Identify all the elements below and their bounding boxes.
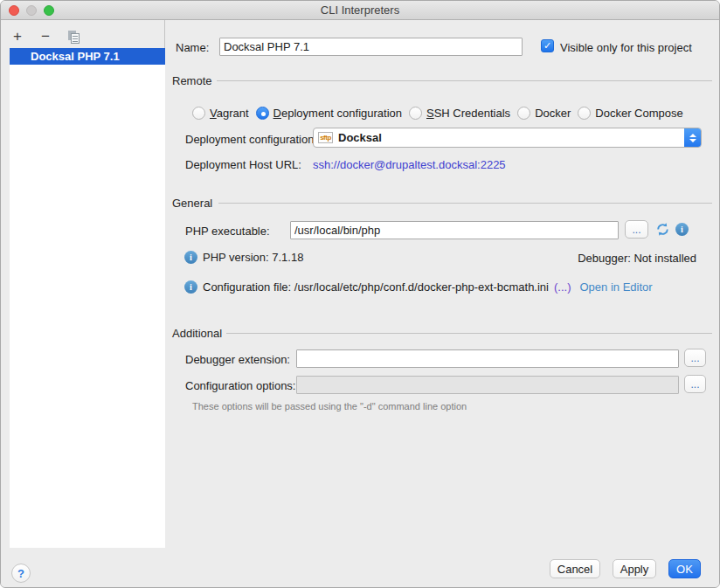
php-executable-label: PHP executable: bbox=[185, 225, 270, 238]
php-version-row: i PHP version: 7.1.18 bbox=[184, 251, 303, 264]
add-interpreter-icon[interactable]: + bbox=[10, 29, 25, 45]
name-input[interactable] bbox=[219, 38, 523, 56]
deployment-host-url-label: Deployment Host URL: bbox=[185, 158, 301, 171]
name-label: Name: bbox=[176, 41, 209, 54]
deployment-configuration-value: Docksal bbox=[338, 131, 382, 144]
open-in-editor-link[interactable]: Open in Editor bbox=[579, 280, 652, 294]
radio-deployment-configuration[interactable]: Deployment configuration bbox=[256, 107, 402, 120]
info-icon[interactable]: i bbox=[675, 223, 689, 236]
interpreters-sidebar: + − Docksal PHP 7.1 bbox=[1, 20, 165, 550]
deployment-host-url-value: ssh://docker@drupaltest.docksal:2225 bbox=[313, 158, 506, 171]
configuration-options-hint: These options will be passed using the "… bbox=[192, 401, 467, 412]
cli-interpreters-dialog: CLI Interpreters + − Docksal PHP 7.1 Nam… bbox=[0, 0, 720, 588]
configuration-options-input[interactable] bbox=[296, 376, 679, 394]
reload-icon[interactable] bbox=[655, 222, 670, 237]
configuration-options-browse-button[interactable]: ... bbox=[684, 375, 706, 393]
visible-only-label: Visible only for this project bbox=[560, 41, 692, 54]
configuration-file-text: Configuration file: /usr/local/etc/php/c… bbox=[203, 280, 549, 294]
radio-vagrant[interactable]: Vagrant bbox=[192, 107, 249, 120]
general-section-rule bbox=[218, 203, 712, 204]
radio-ssh-credentials[interactable]: SSH Credentials bbox=[409, 107, 510, 120]
php-executable-browse-button[interactable]: ... bbox=[625, 220, 648, 239]
deployment-configuration-label: Deployment configuration: bbox=[185, 133, 317, 146]
debugger-extension-browse-button[interactable]: ... bbox=[684, 349, 706, 367]
debugger-extension-input[interactable] bbox=[296, 349, 679, 368]
radio-button-icon bbox=[192, 107, 205, 120]
sidebar-toolbar: + − bbox=[10, 27, 81, 46]
help-button[interactable]: ? bbox=[11, 564, 31, 583]
interpreter-settings-panel: Name: ✓ Visible only for this project Re… bbox=[166, 20, 719, 548]
copy-interpreter-icon[interactable] bbox=[66, 29, 81, 45]
interpreter-list: Docksal PHP 7.1 bbox=[10, 48, 165, 550]
remote-section-rule bbox=[217, 80, 712, 81]
apply-button[interactable]: Apply bbox=[613, 559, 656, 578]
additional-section-header: Additional bbox=[172, 327, 222, 340]
radio-button-icon bbox=[256, 107, 269, 120]
copy-icon bbox=[68, 31, 80, 44]
sftp-icon: sftp bbox=[318, 132, 333, 143]
list-item-interpreter[interactable]: Docksal PHP 7.1 bbox=[10, 48, 165, 65]
dialog-footer: ? Cancel Apply OK bbox=[1, 548, 719, 587]
title-bar: CLI Interpreters bbox=[1, 1, 719, 20]
additional-section-rule bbox=[226, 333, 712, 334]
radio-docker-compose[interactable]: Docker Compose bbox=[578, 107, 682, 120]
chevron-up-down-icon bbox=[684, 128, 701, 147]
remote-section-header: Remote bbox=[172, 74, 212, 87]
cancel-button[interactable]: Cancel bbox=[550, 559, 600, 578]
ok-button[interactable]: OK bbox=[668, 559, 701, 578]
debugger-extension-label: Debugger extension: bbox=[185, 353, 290, 366]
question-mark-icon: ? bbox=[17, 567, 24, 580]
remote-type-radio-row: Vagrant Deployment configuration SSH Cre… bbox=[192, 105, 719, 121]
check-icon: ✓ bbox=[543, 40, 551, 52]
visible-only-checkbox[interactable]: ✓ bbox=[541, 39, 554, 52]
radio-docker[interactable]: Docker bbox=[517, 107, 571, 120]
radio-button-icon bbox=[517, 107, 530, 120]
window-title: CLI Interpreters bbox=[1, 3, 719, 17]
php-version-text: PHP version: 7.1.18 bbox=[203, 251, 303, 264]
radio-button-icon bbox=[578, 107, 591, 120]
deployment-configuration-select[interactable]: sftp Docksal bbox=[313, 128, 702, 148]
radio-button-icon bbox=[409, 107, 422, 120]
general-section-header: General bbox=[172, 197, 212, 210]
configuration-file-row: i Configuration file: /usr/local/etc/php… bbox=[184, 280, 653, 294]
remove-interpreter-icon[interactable]: − bbox=[38, 29, 53, 45]
configuration-file-more-link[interactable]: (...) bbox=[554, 280, 571, 294]
info-icon: i bbox=[184, 280, 197, 294]
configuration-options-label: Configuration options: bbox=[185, 379, 295, 392]
debugger-status-text: Debugger: Not installed bbox=[578, 252, 696, 265]
php-executable-input[interactable] bbox=[290, 221, 619, 239]
info-icon: i bbox=[184, 251, 197, 264]
